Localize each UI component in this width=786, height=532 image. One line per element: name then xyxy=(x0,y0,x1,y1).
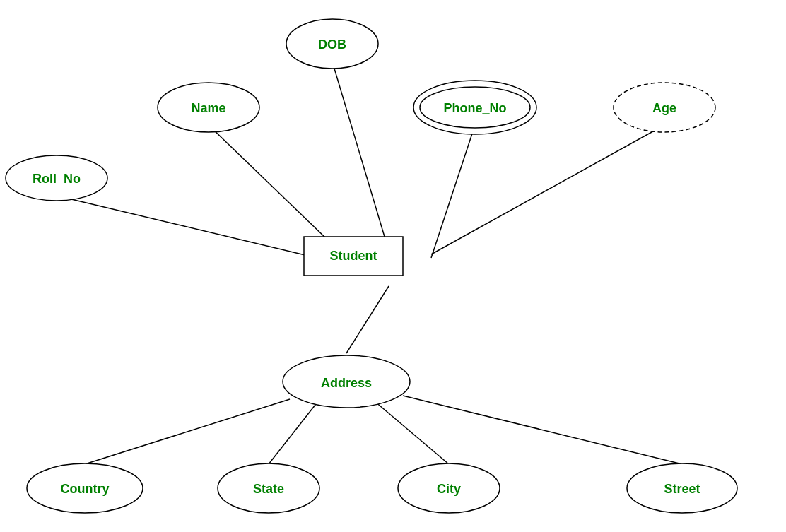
student-entity-label: Student xyxy=(330,249,377,263)
country-label: Country xyxy=(61,482,110,496)
connector-student-rollno xyxy=(57,196,346,265)
connector-student-phone xyxy=(431,125,475,258)
rollno-label: Roll_No xyxy=(33,172,81,186)
connector-address-city xyxy=(375,401,449,464)
connector-student-dob xyxy=(332,61,389,251)
name-label: Name xyxy=(191,101,225,115)
connector-student-address xyxy=(346,286,389,353)
er-diagram: Student DOB Name Phone_No Age Roll_No Ad… xyxy=(0,0,786,532)
city-label: City xyxy=(437,482,461,496)
state-label: State xyxy=(253,482,284,496)
age-label: Age xyxy=(652,101,676,115)
connector-address-state xyxy=(269,401,318,464)
phone-label: Phone_No xyxy=(443,101,506,115)
address-label: Address xyxy=(321,376,372,390)
dob-label: DOB xyxy=(318,37,346,52)
connector-address-street xyxy=(403,396,682,464)
connector-student-age xyxy=(431,125,664,254)
street-label: Street xyxy=(664,482,700,496)
connector-address-country xyxy=(85,399,290,464)
